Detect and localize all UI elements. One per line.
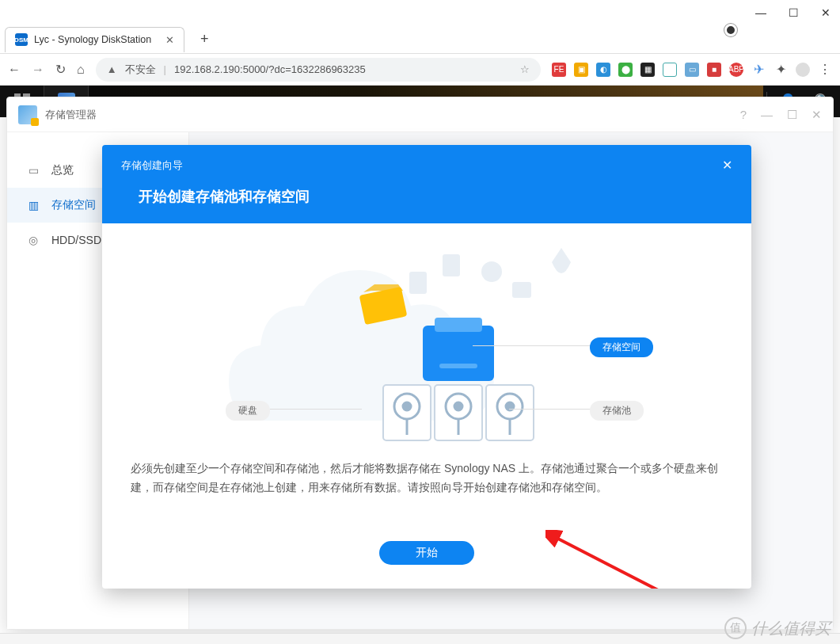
watermark-text: 什么值得买 — [751, 618, 830, 639]
extensions-area: FE ▣ ◐ ⬤ ▦ ▭ ■ ABP ✈ ✦ ⋮ — [552, 63, 832, 77]
extensions-menu-icon[interactable]: ✦ — [773, 63, 788, 77]
wizard-breadcrumb: 存储创建向导 — [121, 158, 183, 173]
pool-label-pill: 存储池 — [590, 401, 644, 421]
browser-menu-icon[interactable]: ⋮ — [818, 63, 832, 77]
app-close-icon[interactable]: ✕ — [811, 108, 822, 122]
sidebar-item-label: 总览 — [51, 163, 74, 177]
extension-icon[interactable]: ▦ — [640, 63, 655, 77]
tab-title: Lyc - Synology DiskStation — [34, 34, 151, 45]
insecure-label: 不安全 — [125, 63, 156, 77]
svg-point-2 — [481, 261, 502, 282]
reload-button[interactable]: ↻ — [55, 62, 66, 77]
svg-rect-0 — [443, 254, 460, 276]
browser-tab-bar: DSM Lyc - Synology DiskStation ✕ + — [0, 25, 840, 54]
svg-rect-5 — [423, 326, 494, 381]
wizard-close-icon[interactable]: ✕ — [722, 158, 732, 173]
annotation-arrow-icon — [545, 530, 672, 589]
back-button[interactable]: ← — [8, 63, 21, 77]
app-titlebar: 存储管理器 ? — ☐ ✕ — [7, 97, 833, 132]
svg-rect-7 — [439, 364, 477, 368]
os-minimize-icon[interactable]: — — [755, 6, 766, 19]
sidebar-item-label: HDD/SSD — [51, 234, 101, 246]
browser-tab[interactable]: DSM Lyc - Synology DiskStation ✕ — [5, 27, 184, 52]
os-close-icon[interactable]: ✕ — [821, 6, 830, 19]
app-title: 存储管理器 — [45, 108, 97, 122]
app-maximize-icon[interactable]: ☐ — [787, 108, 797, 122]
wizard-footer: 开始 — [102, 522, 751, 589]
address-bar[interactable]: ▲ 不安全 | 192.168.2.190:5000/?dc=163228696… — [96, 58, 541, 82]
tab-close-icon[interactable]: ✕ — [165, 34, 174, 46]
svg-point-12 — [403, 402, 411, 410]
browser-toolbar: ← → ↻ ⌂ ▲ 不安全 | 192.168.2.190:5000/?dc=1… — [0, 54, 840, 86]
extension-icon[interactable]: ✈ — [751, 63, 766, 77]
extension-icon[interactable] — [663, 63, 677, 77]
os-window-controls: — ☐ ✕ — [0, 0, 840, 25]
browser-status-bar — [0, 633, 840, 644]
storage-manager-window: 存储管理器 ? — ☐ ✕ ▭ 总览 ▥ 存储空间 ◎ HDD/SSD — [6, 97, 834, 630]
bookmark-star-icon[interactable]: ☆ — [520, 63, 530, 75]
extension-icon[interactable]: ▣ — [574, 63, 588, 77]
profile-avatar-icon[interactable] — [796, 63, 810, 77]
connector-line — [509, 409, 590, 410]
storage-icon: ▥ — [26, 198, 40, 212]
storage-illustration-svg — [205, 238, 648, 444]
app-minimize-icon[interactable]: — — [761, 108, 773, 122]
url-text: 192.168.2.190:5000/?dc=1632286963235 — [174, 63, 366, 75]
forward-button[interactable]: → — [32, 63, 44, 77]
svg-rect-1 — [409, 272, 427, 294]
wizard-body: 存储空间 存储池 硬盘 必须先创建至少一个存储空间和存储池，然后才能将数据存储在… — [102, 223, 751, 522]
start-button[interactable]: 开始 — [379, 541, 474, 565]
os-maximize-icon[interactable]: ☐ — [789, 6, 799, 19]
insecure-warning-icon: ▲ — [107, 63, 117, 75]
svg-line-20 — [553, 536, 664, 589]
watermark: 值 什么值得买 — [724, 617, 830, 639]
connector-line — [267, 409, 362, 410]
svg-rect-3 — [512, 282, 531, 298]
new-tab-button[interactable]: + — [192, 28, 216, 51]
app-window-controls: ? — ☐ ✕ — [740, 108, 822, 122]
disk-icon: ◎ — [26, 233, 40, 247]
sidebar-item-label: 存储空间 — [51, 198, 96, 212]
extension-icon[interactable]: ⬤ — [618, 63, 633, 77]
svg-rect-6 — [435, 318, 482, 332]
illustration: 存储空间 存储池 硬盘 — [131, 234, 723, 448]
extension-icon[interactable]: ◐ — [596, 63, 610, 77]
wizard-header: 存储创建向导 ✕ 开始创建存储池和存储空间 — [102, 145, 751, 223]
wizard-description: 必须先创建至少一个存储空间和存储池，然后才能将数据存储在 Synology NA… — [131, 459, 723, 497]
app-icon — [18, 105, 37, 124]
app-help-icon[interactable]: ? — [740, 108, 747, 122]
media-control-dot-icon[interactable] — [724, 24, 737, 36]
connector-line — [473, 345, 590, 346]
separator: | — [164, 63, 166, 75]
favicon-icon: DSM — [15, 33, 28, 46]
disk-label-pill: 硬盘 — [226, 401, 270, 421]
adblock-icon[interactable]: ABP — [729, 63, 743, 77]
extension-icon[interactable]: ■ — [707, 63, 721, 77]
extension-icon[interactable]: FE — [552, 63, 566, 77]
extension-icon[interactable]: ▭ — [685, 63, 699, 77]
svg-point-15 — [454, 402, 462, 410]
overview-icon: ▭ — [26, 163, 40, 177]
storage-creation-wizard: 存储创建向导 ✕ 开始创建存储池和存储空间 — [102, 145, 751, 589]
home-button[interactable]: ⌂ — [77, 63, 85, 77]
wizard-title: 开始创建存储池和存储空间 — [121, 187, 732, 206]
watermark-badge-icon: 值 — [724, 617, 747, 639]
volume-label-pill: 存储空间 — [590, 337, 653, 357]
